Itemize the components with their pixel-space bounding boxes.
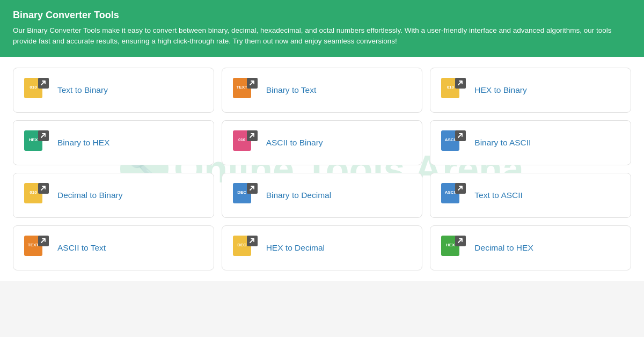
tool-card-binary-to-ascii[interactable]: ASCII Binary to ASCII xyxy=(430,120,631,165)
tool-icon-binary-to-text: TEXT xyxy=(233,78,258,102)
tool-icon-decimal-to-hex: HEX xyxy=(441,236,466,260)
page-title: Binary Converter Tools xyxy=(13,10,631,21)
icon-arrow-decimal-to-hex xyxy=(455,236,466,246)
tool-card-binary-to-text[interactable]: TEXT Binary to Text xyxy=(222,68,423,113)
tool-icon-binary-to-ascii: ASCII xyxy=(441,130,466,155)
tool-card-decimal-to-binary[interactable]: 010 Decimal to Binary xyxy=(13,173,214,218)
tool-card-binary-to-hex[interactable]: HEX Binary to HEX xyxy=(13,120,214,165)
tool-icon-ascii-to-binary: 010 xyxy=(233,130,258,155)
icon-arrow-binary-to-ascii xyxy=(455,130,466,141)
tool-card-hex-to-decimal[interactable]: DEC HEX to Decimal xyxy=(222,225,423,270)
tool-icon-hex-to-decimal: DEC xyxy=(233,236,258,260)
tool-icon-binary-to-decimal: DEC xyxy=(233,183,258,208)
tool-icon-decimal-to-binary: 010 xyxy=(24,183,49,208)
tool-card-binary-to-decimal[interactable]: DEC Binary to Decimal xyxy=(222,173,423,218)
tool-card-ascii-to-text[interactable]: TEXT ASCII to Text xyxy=(13,225,214,270)
tool-card-hex-to-binary[interactable]: 010 HEX to Binary xyxy=(430,68,631,113)
tool-icon-binary-to-hex: HEX xyxy=(24,130,49,155)
tool-icon-hex-to-binary: 010 xyxy=(441,78,466,102)
tool-label-binary-to-ascii: Binary to ASCII xyxy=(474,138,531,148)
tool-icon-text-to-binary: 010 xyxy=(24,78,49,102)
tool-label-text-to-binary: Text to Binary xyxy=(57,85,108,95)
page-description: Our Binary Converter Tools make it easy … xyxy=(13,25,631,47)
icon-arrow-ascii-to-text xyxy=(38,236,49,246)
icon-arrow-hex-to-decimal xyxy=(247,236,258,246)
tool-label-decimal-to-hex: Decimal to HEX xyxy=(474,243,533,253)
tool-icon-text-to-ascii: ASCII xyxy=(441,183,466,208)
icon-arrow-text-to-ascii xyxy=(455,183,466,194)
icon-arrow-binary-to-hex xyxy=(38,130,49,141)
tool-label-ascii-to-binary: ASCII to Binary xyxy=(266,138,323,148)
icon-arrow-decimal-to-binary xyxy=(38,183,49,194)
tool-label-binary-to-hex: Binary to HEX xyxy=(57,138,109,148)
tool-label-text-to-ascii: Text to ASCII xyxy=(474,191,523,200)
icon-arrow-binary-to-text xyxy=(247,78,258,89)
tool-label-decimal-to-binary: Decimal to Binary xyxy=(57,191,122,200)
icon-arrow-ascii-to-binary xyxy=(247,130,258,141)
tool-label-ascii-to-text: ASCII to Text xyxy=(57,243,106,253)
main-content: 🔧 Online Tools Arena 010 Text to Binary … xyxy=(0,57,644,281)
tool-card-text-to-ascii[interactable]: ASCII Text to ASCII xyxy=(430,173,631,218)
tool-card-ascii-to-binary[interactable]: 010 ASCII to Binary xyxy=(222,120,423,165)
icon-arrow-binary-to-decimal xyxy=(247,183,258,194)
tool-label-hex-to-binary: HEX to Binary xyxy=(474,85,526,95)
tool-label-binary-to-decimal: Binary to Decimal xyxy=(266,191,331,200)
tool-label-binary-to-text: Binary to Text xyxy=(266,85,317,95)
tool-card-decimal-to-hex[interactable]: HEX Decimal to HEX xyxy=(430,225,631,270)
tools-grid: 010 Text to Binary TEXT Binary to Text xyxy=(13,68,631,270)
header-banner: Binary Converter Tools Our Binary Conver… xyxy=(0,0,644,57)
tool-label-hex-to-decimal: HEX to Decimal xyxy=(266,243,325,253)
tool-card-text-to-binary[interactable]: 010 Text to Binary xyxy=(13,68,214,113)
icon-arrow-hex-to-binary xyxy=(455,78,466,89)
tool-icon-ascii-to-text: TEXT xyxy=(24,236,49,260)
icon-arrow-text-to-binary xyxy=(38,78,49,89)
